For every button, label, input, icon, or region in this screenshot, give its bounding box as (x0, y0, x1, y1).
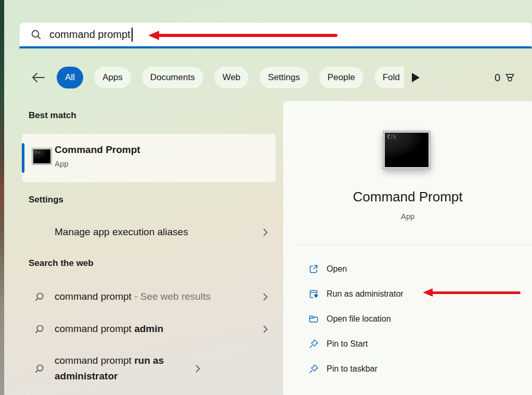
selection-accent-bar (22, 143, 24, 173)
web-search-icon (22, 292, 55, 302)
command-prompt-icon-large: C:\ (383, 131, 430, 169)
tab-web[interactable]: Web (214, 67, 249, 88)
back-button[interactable] (30, 67, 46, 88)
action-pin-to-start[interactable]: Pin to Start (283, 332, 532, 356)
web-suggestion-label: command prompt admin (55, 323, 255, 335)
best-match-heading: Best match (29, 110, 76, 121)
pin-icon (308, 364, 319, 374)
more-tabs-icon[interactable] (412, 73, 420, 82)
rewards-count: 0 (495, 72, 500, 84)
divider (296, 245, 532, 245)
search-icon (31, 29, 42, 41)
rewards-medal-icon (504, 72, 516, 84)
settings-result-row[interactable]: Manage app execution aliases (22, 221, 276, 244)
action-open-file-location[interactable]: Open file location (283, 307, 532, 332)
search-web-heading: Search the web (29, 258, 94, 269)
preview-title: Command Prompt (283, 189, 532, 205)
result-subtitle: App (55, 159, 69, 168)
folder-icon (308, 314, 319, 324)
chevron-right-icon (255, 293, 276, 301)
search-filter-tabs: All Apps Documents Web Settings People F… (30, 67, 532, 88)
web-suggestion-row[interactable]: command prompt - See web results (22, 285, 276, 308)
pin-icon (308, 339, 319, 349)
desktop-wallpaper-strip (0, 0, 4, 395)
result-title: Command Prompt (55, 144, 140, 156)
back-arrow-icon (31, 72, 45, 83)
chevron-right-icon (255, 228, 276, 236)
action-pin-to-taskbar[interactable]: Pin to taskbar (283, 356, 532, 381)
tab-documents[interactable]: Documents (142, 67, 203, 88)
web-search-icon (22, 364, 55, 374)
text-cursor (132, 28, 133, 42)
annotation-arrow-search (148, 31, 338, 40)
tab-people[interactable]: People (319, 67, 364, 88)
result-preview-panel: C:\ Command Prompt App Open Run as admin… (283, 101, 532, 395)
tab-folders[interactable]: Fold (374, 67, 404, 88)
web-search-icon (22, 324, 55, 334)
command-prompt-icon: C:\ (32, 148, 51, 164)
annotation-arrow-run-as-admin (423, 288, 521, 297)
tab-apps[interactable]: Apps (94, 67, 131, 88)
web-suggestion-label: command prompt run as administrator (55, 353, 187, 384)
tab-all[interactable]: All (57, 67, 83, 88)
chevron-right-icon (255, 325, 276, 333)
context-actions: Open Run as administrator Open file loca… (283, 257, 532, 381)
run-as-admin-icon (308, 289, 319, 299)
web-suggestion-label: command prompt - See web results (55, 291, 255, 302)
preview-subtitle: App (283, 212, 532, 221)
best-match-result[interactable]: C:\ Command Prompt App (22, 134, 276, 182)
chevron-right-icon (187, 365, 208, 373)
web-suggestion-row[interactable]: command prompt run as administrator (22, 350, 276, 387)
rewards-badge[interactable]: 0 (495, 67, 516, 88)
settings-result-label: Manage app execution aliases (55, 226, 255, 238)
open-external-icon (308, 264, 319, 274)
settings-heading: Settings (29, 195, 63, 205)
tab-settings[interactable]: Settings (259, 67, 308, 88)
web-suggestion-row[interactable]: command prompt admin (22, 317, 276, 340)
action-open[interactable]: Open (283, 257, 532, 282)
search-query-text: command prompt (49, 29, 131, 41)
